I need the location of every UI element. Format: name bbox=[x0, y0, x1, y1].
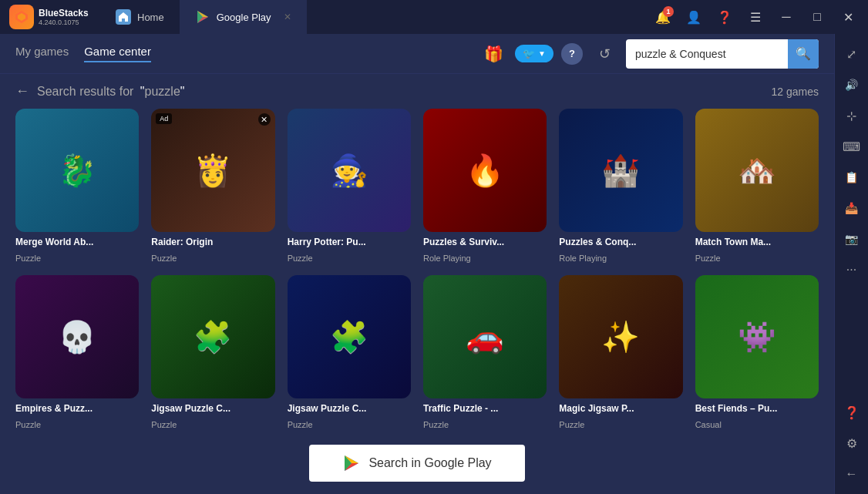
gift-btn[interactable]: 🎁 bbox=[479, 40, 507, 68]
game-name: Jigsaw Puzzle C... bbox=[151, 403, 274, 415]
game-card-merge-world[interactable]: 🐉 Merge World Ab... Puzzle bbox=[15, 109, 139, 263]
nav-tab-game-center[interactable]: Game center bbox=[84, 45, 151, 62]
hamburger-icon: ☰ bbox=[750, 10, 761, 25]
notification-badge: 1 bbox=[663, 6, 674, 17]
selection-icon: ⊹ bbox=[846, 109, 856, 123]
sidebar-help-btn[interactable]: ❓ bbox=[838, 398, 866, 426]
game-genre: Puzzle bbox=[423, 420, 547, 429]
tab-google-play[interactable]: Google Play ✕ bbox=[180, 0, 307, 34]
game-card-best-fiends[interactable]: 👾 Best Fiends – Pu... Casual bbox=[695, 275, 819, 429]
game-thumb-emoji: 👾 bbox=[738, 319, 776, 355]
results-header: ← Search results for "puzzle" 12 games bbox=[0, 74, 834, 109]
game-name: Merge World Ab... bbox=[15, 237, 139, 249]
game-thumbnail: 🚗 bbox=[423, 275, 547, 398]
game-card-puzzles-survive[interactable]: 🔥 Puzzles & Surviv... Role Playing bbox=[423, 109, 547, 263]
tab-close-btn[interactable]: ✕ bbox=[284, 12, 291, 22]
minimize-icon: ─ bbox=[782, 10, 790, 24]
twitter-btn[interactable]: 🐦 ▼ bbox=[515, 45, 553, 62]
tab-home[interactable]: Home bbox=[100, 0, 180, 34]
results-count: 12 games bbox=[772, 86, 819, 98]
close-icon: ✕ bbox=[843, 10, 853, 25]
menu-btn[interactable]: ☰ bbox=[742, 3, 769, 31]
game-card-harry-potter[interactable]: 🧙 Harry Potter: Pu... Puzzle bbox=[288, 109, 411, 263]
back-btn[interactable]: ← bbox=[15, 83, 29, 99]
game-thumb-emoji: 🧙 bbox=[330, 153, 368, 189]
game-name: Traffic Puzzle - ... bbox=[423, 403, 547, 415]
apk-icon: 📥 bbox=[845, 202, 858, 214]
game-name: Harry Potter: Pu... bbox=[288, 237, 411, 249]
game-card-raider-origin[interactable]: 👸 Ad ✕ Raider: Origin Puzzle bbox=[151, 109, 274, 263]
sidebar-back-btn[interactable]: ← bbox=[838, 460, 866, 488]
game-thumb-emoji: 👸 bbox=[193, 153, 232, 189]
google-play-icon bbox=[342, 454, 361, 472]
maximize-icon: □ bbox=[813, 10, 821, 24]
bluestacks-text: BlueStacks 4.240.0.1075 bbox=[39, 8, 89, 26]
bluestacks-name: BlueStacks bbox=[39, 8, 89, 18]
game-name: Magic Jigsaw P... bbox=[559, 403, 682, 415]
game-card-match-town[interactable]: 🏘️ Match Town Ma... Puzzle bbox=[695, 109, 819, 263]
home-tab-icon bbox=[116, 9, 131, 25]
sidebar-settings-btn[interactable]: ⚙ bbox=[838, 429, 866, 457]
game-genre: Puzzle bbox=[15, 420, 139, 429]
sidebar-volume-btn[interactable]: 🔊 bbox=[838, 71, 866, 99]
sidebar-expand-btn[interactable]: ⤢ bbox=[838, 40, 866, 68]
help-btn[interactable]: ❓ bbox=[711, 3, 738, 31]
google-play-search-label: Search in Google Play bbox=[368, 456, 491, 470]
game-card-puzzles-conquest[interactable]: 🏰 Puzzles & Conq... Role Playing bbox=[559, 109, 682, 263]
game-card-empires-puzzles[interactable]: 💀 Empires & Puzz... Puzzle bbox=[15, 275, 139, 429]
more-icon: ··· bbox=[846, 263, 856, 277]
game-thumb-emoji: 🏘️ bbox=[738, 153, 776, 189]
game-card-jigsaw-c1[interactable]: 🧩 Jigsaw Puzzle C... Puzzle bbox=[151, 275, 274, 429]
game-name: Puzzles & Surviv... bbox=[423, 237, 547, 249]
search-submit-btn[interactable]: 🔍 bbox=[788, 39, 819, 69]
game-card-jigsaw-c2[interactable]: 🧩 Jigsaw Puzzle C... Puzzle bbox=[288, 275, 411, 429]
sidebar-camera-btn[interactable]: 📷 bbox=[838, 225, 866, 253]
game-thumbnail: 🧙 bbox=[288, 109, 411, 232]
account-btn[interactable]: 👤 bbox=[680, 3, 708, 31]
maximize-btn[interactable]: □ bbox=[803, 3, 831, 31]
main-area: My games Game center 🎁 🐦 ▼ ? ↺ bbox=[0, 34, 868, 494]
nav-help-btn[interactable]: ? bbox=[561, 43, 583, 65]
game-thumbnail: 🔥 bbox=[423, 109, 547, 232]
google-play-search-section: Search in Google Play bbox=[0, 432, 834, 494]
ad-badge: Ad bbox=[156, 113, 172, 124]
game-genre: Puzzle bbox=[288, 420, 411, 429]
game-thumbnail: 💀 bbox=[15, 275, 139, 398]
twitter-icon: 🐦 bbox=[523, 48, 535, 59]
close-btn[interactable]: ✕ bbox=[834, 3, 862, 31]
game-genre: Puzzle bbox=[288, 254, 411, 263]
google-play-search-btn[interactable]: Search in Google Play bbox=[309, 445, 525, 482]
sidebar-selection-btn[interactable]: ⊹ bbox=[838, 102, 866, 129]
refresh-btn[interactable]: ↺ bbox=[590, 40, 618, 68]
question-icon: ❓ bbox=[717, 10, 732, 25]
title-bar: BlueStacks 4.240.0.1075 Home Google Play… bbox=[0, 0, 868, 34]
game-thumbnail: 👸 Ad ✕ bbox=[151, 109, 274, 232]
nav-tabs: My games Game center 🎁 🐦 ▼ ? ↺ bbox=[0, 34, 834, 74]
game-genre: Puzzle bbox=[151, 254, 274, 263]
back-arrow-icon: ← bbox=[846, 467, 858, 481]
sidebar-more-btn[interactable]: ··· bbox=[838, 256, 866, 284]
copy-icon: 📋 bbox=[845, 171, 858, 183]
ad-close-btn[interactable]: ✕ bbox=[258, 113, 271, 126]
search-input[interactable] bbox=[626, 42, 788, 66]
sidebar-copy-btn[interactable]: 📋 bbox=[838, 163, 866, 191]
search-query: "puzzle" bbox=[140, 85, 185, 98]
game-thumb-emoji: 🐉 bbox=[58, 153, 96, 189]
game-thumbnail: 🏰 bbox=[559, 109, 682, 232]
search-icon: 🔍 bbox=[796, 46, 811, 61]
nav-tab-my-games[interactable]: My games bbox=[15, 45, 69, 62]
keyboard-icon: ⌨ bbox=[843, 139, 860, 154]
sidebar-keyboard-btn[interactable]: ⌨ bbox=[838, 133, 866, 160]
games-grid: 🐉 Merge World Ab... Puzzle 👸 Ad ✕ Raider… bbox=[15, 109, 819, 429]
games-grid-container: 🐉 Merge World Ab... Puzzle 👸 Ad ✕ Raider… bbox=[0, 109, 834, 432]
minimize-btn[interactable]: ─ bbox=[772, 3, 800, 31]
game-thumb-emoji: 🚗 bbox=[466, 319, 504, 355]
google-play-tab-icon bbox=[195, 9, 210, 25]
game-thumbnail: 🐉 bbox=[15, 109, 139, 232]
game-card-traffic-puzzle[interactable]: 🚗 Traffic Puzzle - ... Puzzle bbox=[423, 275, 547, 429]
game-name: Best Fiends – Pu... bbox=[695, 403, 819, 415]
game-card-magic-jigsaw[interactable]: ✨ Magic Jigsaw P... Puzzle bbox=[559, 275, 682, 429]
sidebar-apk-btn[interactable]: 📥 bbox=[838, 194, 866, 222]
notifications-btn[interactable]: 🔔 1 bbox=[649, 3, 677, 31]
game-thumb-emoji: 🧩 bbox=[330, 319, 368, 355]
